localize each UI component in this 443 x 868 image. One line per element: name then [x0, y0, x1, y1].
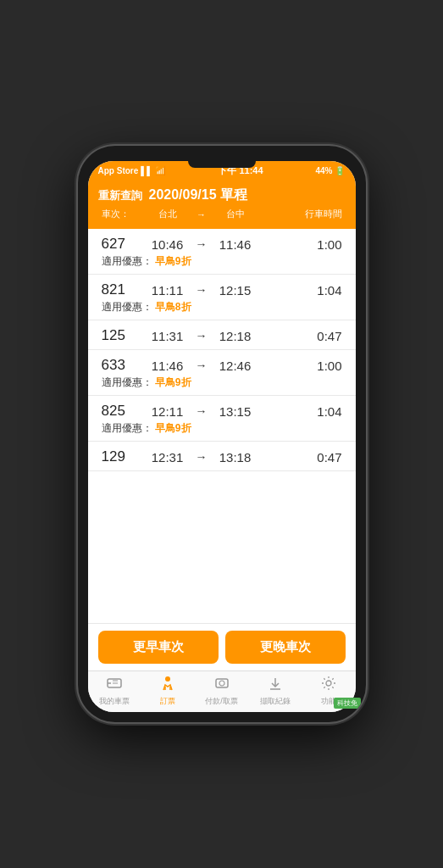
- header: 重新查詢 2020/09/15 單程 車次： 台北 → 台中 行車時間: [88, 180, 356, 229]
- arrival-time: 11:46: [213, 237, 257, 252]
- arrival-time: 12:46: [213, 359, 257, 373]
- battery-icon: 🔋: [335, 166, 345, 175]
- signal-icon: ▌▌: [141, 166, 152, 175]
- train-row: 627 10:46 → 11:46 1:00: [102, 236, 342, 253]
- later-trains-button[interactable]: 更晚車次: [225, 631, 346, 664]
- discount-row: 適用優惠： 早鳥9折: [102, 376, 342, 390]
- tab-label-capture: 擷取紀錄: [260, 696, 291, 707]
- arrow-icon: →: [190, 450, 213, 464]
- arrow-icon: →: [190, 404, 213, 418]
- departure-time: 12:31: [146, 450, 190, 465]
- header-date: 2020/09/15 單程: [149, 186, 248, 204]
- refresh-button[interactable]: 重新查詢: [98, 188, 142, 203]
- tab-item-capture[interactable]: 擷取紀錄: [248, 675, 302, 707]
- discount-tag: 早鳥9折: [155, 376, 191, 388]
- battery-text: 44%: [315, 166, 332, 175]
- arrival-time: 13:15: [213, 404, 257, 419]
- train-item[interactable]: 825 12:11 → 13:15 1:04 適用優惠： 早鳥9折: [88, 396, 356, 442]
- departure-time: 10:46: [146, 237, 190, 252]
- departure-time: 11:31: [146, 329, 190, 343]
- carrier-text: App Store: [98, 166, 139, 175]
- arrow-icon: →: [190, 359, 213, 372]
- watermark: 科技免: [334, 698, 361, 709]
- train-number: 627: [102, 236, 146, 253]
- phone-frame: App Store ▌▌ 📶 下午 11:44 44% 🔋 重新查詢 2020/…: [78, 146, 366, 722]
- train-number: 129: [102, 448, 146, 465]
- phone-screen: App Store ▌▌ 📶 下午 11:44 44% 🔋 重新查詢 2020/…: [88, 161, 356, 712]
- tab-item-payment[interactable]: 付款/取票: [195, 675, 248, 707]
- tab-icon-payment: [213, 675, 230, 694]
- notch: [188, 161, 256, 168]
- duration: 1:04: [257, 404, 342, 419]
- discount-label: 適用優惠：: [102, 376, 152, 388]
- train-item[interactable]: 125 11:31 → 12:18 0:47: [88, 320, 356, 350]
- col-header-departure: 台北: [146, 208, 190, 220]
- status-right: 44% 🔋: [315, 166, 345, 175]
- tab-item-booking[interactable]: 訂票: [141, 675, 195, 707]
- earlier-trains-button[interactable]: 更早車次: [98, 631, 219, 664]
- col-header-duration: 行車時間: [257, 208, 342, 220]
- col-header-train-no: 車次：: [102, 208, 146, 220]
- duration: 0:47: [257, 450, 342, 465]
- tab-label-payment: 付款/取票: [205, 696, 238, 707]
- tab-label-booking: 訂票: [160, 696, 175, 707]
- train-list: 627 10:46 → 11:46 1:00 適用優惠： 早鳥9折 821 11…: [88, 229, 356, 623]
- train-number: 825: [102, 403, 146, 420]
- discount-tag: 早鳥8折: [155, 301, 191, 313]
- column-headers: 車次： 台北 → 台中 行車時間: [98, 208, 346, 220]
- departure-time: 12:11: [146, 404, 190, 419]
- departure-time: 11:46: [146, 359, 190, 373]
- header-row: 重新查詢 2020/09/15 單程: [98, 186, 346, 204]
- discount-label: 適用優惠：: [102, 422, 152, 434]
- arrow-icon: →: [190, 329, 213, 342]
- bottom-buttons: 更早車次 更晚車次: [88, 623, 356, 670]
- svg-point-4: [165, 676, 170, 682]
- wifi-icon: 📶: [155, 166, 165, 175]
- status-left: App Store ▌▌ 📶: [98, 166, 166, 175]
- train-number: 125: [102, 327, 146, 344]
- duration: 0:47: [257, 329, 342, 343]
- tab-icon-tickets: [106, 675, 123, 694]
- arrival-time: 13:18: [213, 450, 257, 465]
- duration: 1:04: [257, 283, 342, 298]
- duration: 1:00: [257, 237, 342, 252]
- departure-time: 11:11: [146, 283, 190, 298]
- tab-icon-settings: [320, 675, 337, 694]
- discount-tag: 早鳥9折: [155, 422, 191, 434]
- train-item[interactable]: 627 10:46 → 11:46 1:00 適用優惠： 早鳥9折: [88, 229, 356, 275]
- tab-bar: 我的車票 訂票 付款/取票 擷取紀錄 功能: [88, 670, 356, 712]
- discount-label: 適用優惠：: [102, 301, 152, 313]
- discount-row: 適用優惠： 早鳥8折: [102, 300, 342, 314]
- svg-point-6: [219, 681, 224, 686]
- train-item[interactable]: 633 11:46 → 12:46 1:00 適用優惠： 早鳥9折: [88, 350, 356, 396]
- discount-row: 適用優惠： 早鳥9折: [102, 421, 342, 436]
- svg-point-8: [326, 681, 331, 686]
- arrow-icon: →: [190, 283, 213, 297]
- arrival-time: 12:18: [213, 329, 257, 343]
- train-row: 125 11:31 → 12:18 0:47: [102, 327, 342, 344]
- arrow-icon: →: [190, 237, 213, 251]
- discount-row: 適用優惠： 早鳥9折: [102, 254, 342, 269]
- discount-label: 適用優惠：: [102, 255, 152, 267]
- train-row: 129 12:31 → 13:18 0:47: [102, 448, 342, 465]
- train-row: 821 11:11 → 12:15 1:04: [102, 281, 342, 298]
- tab-icon-capture: [267, 675, 284, 694]
- col-header-arrow: →: [190, 209, 213, 220]
- train-number: 821: [102, 281, 146, 298]
- train-number: 633: [102, 357, 146, 374]
- arrival-time: 12:15: [213, 283, 257, 298]
- train-row: 633 11:46 → 12:46 1:00: [102, 357, 342, 374]
- train-row: 825 12:11 → 13:15 1:04: [102, 403, 342, 420]
- tab-label-tickets: 我的車票: [99, 696, 130, 707]
- train-item[interactable]: 821 11:11 → 12:15 1:04 適用優惠： 早鳥8折: [88, 275, 356, 320]
- tab-item-tickets[interactable]: 我的車票: [88, 675, 141, 707]
- train-item[interactable]: 129 12:31 → 13:18 0:47: [88, 442, 356, 471]
- tab-icon-booking: [159, 675, 176, 694]
- duration: 1:00: [257, 359, 342, 373]
- col-header-arrival: 台中: [213, 208, 257, 220]
- discount-tag: 早鳥9折: [155, 255, 191, 267]
